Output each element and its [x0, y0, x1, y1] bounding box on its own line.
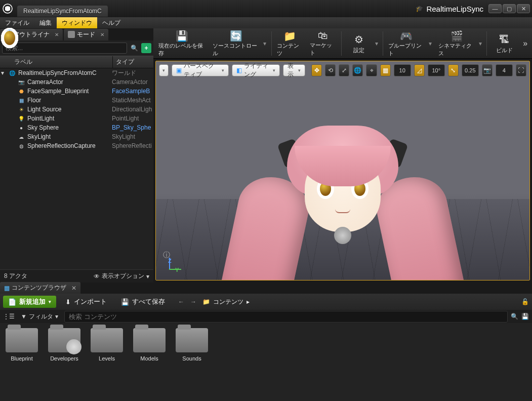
content-button[interactable]: 📁 コンテンツ: [274, 29, 306, 58]
titlebar: RealtimeLipSyncFromAtomC 🎓 RealtimeLipSy…: [0, 0, 532, 17]
add-new-button[interactable]: 📄 新規追加 ▾: [3, 296, 56, 308]
import-button[interactable]: ⬇ インポート: [60, 296, 112, 308]
developers-folder-icon: [48, 328, 80, 352]
grid-snap-value[interactable]: 10: [394, 64, 411, 76]
table-row[interactable]: 👁 ● Sky Sphere BP_Sky_Sphe: [0, 123, 153, 132]
project-tab[interactable]: RealtimeLipSyncFromAtomC: [17, 6, 108, 17]
menu-window[interactable]: ウィンドウ: [57, 17, 97, 28]
asset-folder[interactable]: Levels: [89, 328, 125, 396]
menu-help[interactable]: ヘルプ: [97, 17, 126, 28]
row-type[interactable]: BP_Sky_Sphe: [112, 124, 152, 131]
sources-toggle-icon[interactable]: ⋮☰: [3, 313, 15, 320]
close-icon[interactable]: ✕: [71, 285, 76, 292]
blueprint-icon: ⬣: [17, 87, 25, 95]
chevron-down-icon[interactable]: ▾: [263, 40, 269, 47]
table-row[interactable]: 👁 ☁ SkyLight SkyLight: [0, 132, 153, 141]
row-type: SphereReflecti: [112, 142, 152, 149]
close-icon[interactable]: ✕: [100, 32, 104, 37]
maximize-viewport-icon[interactable]: ⛶: [516, 64, 526, 76]
rotate-gizmo-icon[interactable]: ⟲: [325, 64, 336, 76]
close-icon[interactable]: ✕: [55, 32, 59, 37]
row-label: RealtimeLipSyncFromAtomC: [18, 69, 112, 76]
camera-speed-icon[interactable]: 📷: [482, 64, 493, 76]
graduation-cap-icon[interactable]: 🎓: [416, 5, 423, 12]
add-actor-button[interactable]: +: [141, 43, 151, 53]
table-row[interactable]: 👁 ☀ Light Source DirectionalLigh: [0, 105, 153, 114]
angle-snap-icon[interactable]: ◿: [414, 64, 425, 76]
chevron-down-icon[interactable]: ▾: [375, 40, 381, 47]
grid-snap-icon[interactable]: ▦: [380, 64, 391, 76]
pointlight-icon: 💡: [17, 114, 25, 123]
viewport-options-button[interactable]: ▾: [159, 64, 169, 76]
translate-gizmo-icon[interactable]: ✥: [311, 64, 322, 76]
build-button[interactable]: 🏗 ビルド: [489, 29, 519, 58]
menu-edit[interactable]: 編集: [34, 17, 57, 28]
search-icon[interactable]: 🔍: [511, 313, 518, 320]
tab-outliner-label: アウトライナ: [13, 30, 50, 39]
menu-bar: ファイル 編集 ウィンドウ ヘルプ: [0, 17, 532, 28]
globe-icon[interactable]: 🌐: [352, 64, 363, 76]
asset-folder[interactable]: Sounds: [174, 328, 210, 396]
table-row[interactable]: 👁 ▾ 🌐 RealtimeLipSyncFromAtomC ワールド: [0, 68, 153, 77]
asset-folder[interactable]: Blueprint: [4, 328, 39, 396]
toolbar-overflow-button[interactable]: »: [520, 39, 530, 48]
tab-content-browser[interactable]: ▦ コンテンツブラウザ ✕: [0, 282, 80, 294]
asset-folder[interactable]: Models: [132, 328, 167, 396]
chevron-down-icon[interactable]: ▾: [479, 40, 484, 47]
chevron-right-icon: ▸: [247, 298, 250, 305]
breadcrumb[interactable]: 📁 コンテンツ ▸: [202, 298, 250, 306]
content-search-input[interactable]: [64, 311, 508, 323]
table-row[interactable]: 👁 ◍ SphereReflectionCapture SphereReflec…: [0, 141, 153, 150]
row-type[interactable]: FaceSampleB: [112, 88, 152, 95]
nav-forward-button[interactable]: →: [188, 297, 198, 307]
row-label: Light Source: [27, 106, 112, 113]
cube-icon: ◧: [236, 67, 242, 74]
collapse-icon[interactable]: ▾: [1, 69, 6, 76]
market-icon: 🛍: [315, 30, 331, 42]
search-icon[interactable]: 🔍: [129, 43, 139, 53]
angle-snap-value[interactable]: 10°: [428, 64, 445, 76]
source-control-button[interactable]: 🔄 ソースコントロール: [210, 29, 263, 58]
save-all-button[interactable]: 💾 すべて保存: [116, 296, 170, 308]
table-row[interactable]: 👁 ⬣ FaceSample_Blueprint FaceSampleB: [0, 87, 153, 96]
outliner-search-input[interactable]: [2, 43, 127, 54]
save-layout-icon[interactable]: 💾: [521, 313, 529, 320]
column-label[interactable]: ラベル: [0, 56, 113, 68]
table-row[interactable]: 👁 ▦ Floor StaticMeshAct: [0, 96, 153, 105]
lock-icon[interactable]: 🔓: [521, 298, 529, 305]
nav-back-button[interactable]: ←: [176, 297, 186, 307]
scale-snap-value[interactable]: 0.25: [462, 64, 479, 76]
view-options-button[interactable]: 👁 表示オプション ▾: [94, 272, 149, 280]
minimize-button[interactable]: —: [488, 4, 502, 13]
lighting-button[interactable]: ◧ライティング▾: [232, 64, 279, 76]
table-row[interactable]: 👁 💡 PointLight PointLight: [0, 114, 153, 123]
tab-mode[interactable]: モード ✕: [64, 29, 108, 41]
scale-snap-icon[interactable]: ⤡: [448, 64, 459, 76]
chevron-down-icon[interactable]: ▾: [429, 40, 434, 47]
scale-gizmo-icon[interactable]: ⤢: [339, 64, 349, 76]
settings-button[interactable]: ⚙ 設定: [344, 29, 374, 58]
table-row[interactable]: 👁 📷 CameraActor CameraActor: [0, 77, 153, 87]
asset-folder[interactable]: Developers: [47, 328, 82, 396]
folder-icon: ▦: [4, 285, 10, 292]
column-type[interactable]: タイプ: [113, 56, 153, 68]
cinematics-icon: 🎬: [448, 30, 465, 42]
surface-snap-icon[interactable]: ⌖: [366, 64, 377, 76]
viewport[interactable]: ▾ ▣パースペクティブ▾ ◧ライティング▾ 表示▾ ✥ ⟲ ⤢ 🌐 ⌖ ▦ 10…: [155, 61, 530, 280]
cinematics-button[interactable]: 🎬 シネマティクス: [435, 29, 478, 58]
maximize-button[interactable]: ▢: [503, 4, 516, 13]
perspective-button[interactable]: ▣パースペクティブ▾: [172, 64, 229, 76]
filter-button[interactable]: ▼ フィルタ ▾: [18, 311, 61, 322]
folder-icon: 📁: [202, 298, 210, 305]
blueprint-button[interactable]: 🎮 ブループリント: [385, 29, 428, 58]
row-label: SkyLight: [27, 133, 112, 140]
app-name: RealtimeLipSync: [426, 5, 483, 13]
camera-speed-value[interactable]: 4: [496, 64, 513, 76]
close-button[interactable]: ✕: [517, 4, 530, 13]
menu-file[interactable]: ファイル: [0, 17, 34, 28]
asset-grid[interactable]: Blueprint Developers Levels Models Sound…: [0, 323, 532, 401]
marketplace-button[interactable]: 🛍 マーケット: [307, 29, 339, 58]
outliner-body[interactable]: 👁 ▾ 🌐 RealtimeLipSyncFromAtomC ワールド 👁 📷 …: [0, 68, 153, 269]
save-level-button[interactable]: 💾 現在のレベルを保存: [155, 29, 209, 58]
show-button[interactable]: 表示▾: [283, 64, 305, 76]
